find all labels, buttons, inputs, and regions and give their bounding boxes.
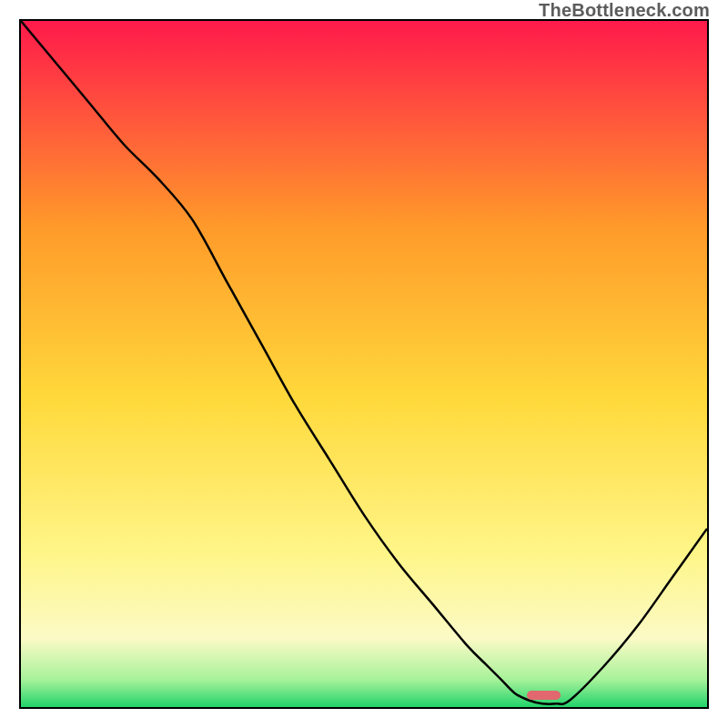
curve-layer <box>21 21 707 707</box>
watermark-text: TheBottleneck.com <box>539 0 710 21</box>
bottleneck-chart: TheBottleneck.com <box>0 0 728 728</box>
plot-area <box>19 19 709 709</box>
bottleneck-curve <box>21 21 707 704</box>
bottleneck-marker <box>527 691 561 700</box>
